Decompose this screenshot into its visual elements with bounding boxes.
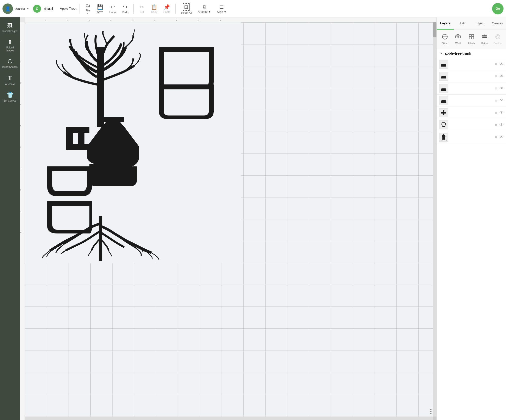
layer-visibility-6[interactable]: 👁 (500, 123, 504, 127)
redo-label: Redo (122, 11, 128, 14)
ruler-vtick-4: 4 (20, 103, 24, 106)
paste-icon: 📌 (164, 4, 170, 10)
layer-group-header[interactable]: ▼ apple-tree-trunk (437, 49, 506, 58)
right-panel-tabs: Layers Edit Sync Canvas (437, 17, 506, 30)
layer-visibility-7[interactable]: 👁 (500, 135, 504, 139)
layer-visibility-3[interactable]: 👁 (500, 86, 504, 91)
ruler-tick-5: 5 (132, 19, 133, 22)
scrollbar-horizontal[interactable] (25, 417, 433, 420)
layer-thumbnail-7 (439, 133, 448, 142)
svg-rect-21 (482, 36, 487, 36)
undo-button[interactable]: ↩ Undo (106, 3, 119, 15)
layer-delete-6[interactable]: ✕ (494, 123, 498, 127)
layer-row-1[interactable]: ✕ 👁 (437, 58, 506, 70)
tab-edit-label: Edit (460, 21, 465, 25)
svg-rect-35 (442, 135, 445, 137)
ruler-tick-1: 1 (45, 19, 46, 22)
svg-rect-30 (442, 88, 445, 91)
ruler-vtick-8: 8 (20, 189, 24, 191)
document-title: Apple Tree.. (60, 7, 77, 10)
user-dropdown-icon: ▼ (27, 7, 29, 10)
layer-delete-7[interactable]: ✕ (494, 135, 498, 140)
copy-button[interactable]: 📋 Copy (148, 3, 160, 14)
sidebar-item-add-text[interactable]: T Add Text (1, 72, 19, 88)
tab-sync[interactable]: Sync (471, 17, 489, 30)
file-arrow-icon: ▼ (87, 12, 89, 15)
canvas-grid[interactable] (25, 22, 433, 417)
layer-visibility-1[interactable]: 👁 (500, 62, 504, 66)
weld-button[interactable]: Weld (451, 32, 465, 46)
slice-button[interactable]: Slice (438, 32, 451, 46)
file-menu-button[interactable]: 🗂 File ▼ (81, 2, 94, 16)
undo-label: Undo (109, 11, 116, 14)
sidebar-item-upload-images[interactable]: ⬆ Upload Images (1, 36, 19, 55)
main-area: 🖼 Insert Images ⬆ Upload Images ⬡ Insert… (0, 17, 506, 420)
canvas-area[interactable]: 1 2 3 4 5 6 7 8 9 1 2 3 4 5 6 7 8 9 10 (20, 17, 436, 420)
user-profile[interactable]: 👤 Jennifer ▼ (2, 3, 29, 14)
cut-label: Cut (140, 10, 144, 13)
layer-row-7[interactable]: ✕ 👁 (437, 131, 506, 143)
add-text-label: Add Text (5, 83, 15, 86)
scrollbar-vertical[interactable] (433, 22, 436, 417)
flatten-button[interactable]: Flatten (478, 32, 491, 46)
tab-edit[interactable]: Edit (454, 17, 471, 30)
tab-canvas[interactable]: Canvas (489, 17, 506, 30)
contour-button[interactable]: Contour (491, 32, 505, 46)
layer-delete-4[interactable]: ✕ (494, 98, 498, 103)
scrollbar-vertical-thumb[interactable] (433, 22, 436, 37)
ruler-vtick-7: 7 (20, 167, 24, 170)
select-all-button[interactable]: ⊡ Select All (178, 2, 195, 15)
svg-rect-19 (472, 37, 474, 39)
redo-button[interactable]: ↪ Redo (119, 3, 131, 15)
layer-delete-2[interactable]: ✕ (494, 74, 498, 79)
layer-delete-1[interactable]: ✕ (494, 62, 498, 67)
go-button[interactable]: Go (492, 3, 504, 14)
dot-3 (430, 413, 431, 414)
layer-visibility-5[interactable]: 👁 (500, 111, 504, 115)
flatten-label: Flatten (481, 42, 489, 45)
align-button[interactable]: ☰ Align ▼ (214, 3, 229, 14)
attach-button[interactable]: Attach (465, 32, 478, 46)
action-buttons-row: Slice Weld (437, 30, 506, 49)
divider-3 (175, 4, 176, 14)
add-text-icon: T (8, 75, 12, 82)
attach-icon (468, 34, 474, 41)
layer-row-3[interactable]: ✕ 👁 (437, 82, 506, 95)
layer-visibility-4[interactable]: 👁 (500, 98, 504, 103)
scrollbar-corner (433, 417, 436, 420)
ruler-vtick-10: 10 (20, 231, 24, 234)
weld-label: Weld (455, 42, 461, 45)
sidebar-item-insert-images[interactable]: 🖼 Insert Images (1, 20, 19, 35)
ruler-tick-2: 2 (67, 19, 68, 22)
layer-visibility-2[interactable]: 👁 (500, 74, 504, 78)
right-panel: Layers Edit Sync Canvas (436, 17, 506, 420)
cut-button[interactable]: ✂ Cut (136, 3, 148, 14)
sidebar-item-set-canvas[interactable]: 👕 Set Canvas (1, 89, 19, 105)
svg-rect-20 (482, 37, 487, 38)
left-sidebar: 🖼 Insert Images ⬆ Upload Images ⬡ Insert… (0, 17, 20, 420)
paste-button[interactable]: 📌 Paste (160, 3, 173, 14)
file-icon: 🗂 (85, 3, 90, 8)
insert-shapes-label: Insert Shapes (2, 66, 18, 69)
canvas-options-button[interactable] (430, 409, 431, 414)
svg-rect-32 (441, 112, 446, 114)
layer-delete-3[interactable]: ✕ (494, 86, 498, 91)
select-all-icon: ⊡ (183, 3, 190, 11)
save-button[interactable]: 💾 Save (94, 3, 106, 14)
layer-row-5[interactable]: ✕ 👁 (437, 107, 506, 119)
layer-delete-5[interactable]: ✕ (494, 111, 498, 115)
contour-label: Contour (494, 42, 503, 45)
tab-layers[interactable]: Layers (437, 17, 454, 30)
arrange-button[interactable]: ⧉ Arrange ▼ (195, 3, 214, 14)
ruler-vtick-2: 2 (20, 61, 24, 63)
align-label: Align ▼ (217, 10, 226, 13)
tab-canvas-label: Canvas (492, 21, 503, 25)
sidebar-item-insert-shapes[interactable]: ⬡ Insert Shapes (1, 56, 19, 71)
ruler-vtick-3: 3 (20, 82, 24, 84)
layer-row-2[interactable]: ✕ 👁 (437, 70, 506, 82)
layer-thumbnail-5 (439, 108, 448, 117)
layer-row-4[interactable]: ✕ 👁 (437, 95, 506, 107)
layer-row-6[interactable]: ✕ 👁 (437, 119, 506, 131)
ruler-tick-9: 9 (220, 19, 221, 22)
align-icon: ☰ (219, 4, 224, 10)
